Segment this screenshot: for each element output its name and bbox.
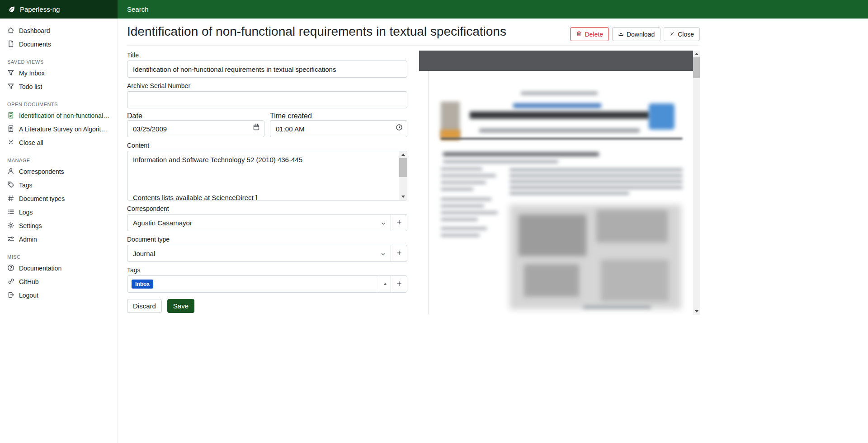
preview-blur (441, 138, 683, 140)
search-nav-link[interactable]: Search (118, 0, 868, 19)
close-button[interactable]: Close (664, 27, 700, 41)
app-title: Paperless-ng (20, 5, 60, 13)
pdf-scrollbar[interactable] (693, 51, 700, 315)
sidebar-section-saved-views: SAVED VIEWS (7, 59, 110, 65)
file-text-icon (7, 125, 14, 134)
scroll-up-arrow[interactable] (399, 151, 407, 158)
preview-blur (509, 168, 683, 171)
trash-icon (576, 31, 582, 38)
document-type-select[interactable]: Journal (127, 245, 391, 262)
file-text-icon (7, 112, 14, 120)
correspondent-select[interactable]: Agustin Casamayor (127, 214, 391, 231)
content-textarea[interactable]: Information and Software Technology 52 (… (127, 151, 407, 201)
add-correspondent-button[interactable] (391, 214, 407, 231)
page-edge-line (428, 71, 429, 315)
question-circle-icon (7, 264, 14, 273)
sidebar-item-my-inbox[interactable]: My Inbox (0, 66, 117, 80)
date-input[interactable] (127, 120, 264, 137)
scroll-down-arrow[interactable] (399, 193, 407, 200)
sidebar-item-settings[interactable]: Settings (0, 219, 117, 233)
preview-blur (443, 160, 558, 163)
funnel-icon (7, 69, 14, 78)
preview-blur (649, 103, 675, 130)
tag-icon (7, 181, 14, 190)
content-scrollbar-thumb[interactable] (399, 158, 407, 177)
list-icon (7, 208, 14, 217)
sidebar-item-document-types[interactable]: Document types (0, 192, 117, 205)
time-field-label: Time created (270, 112, 312, 120)
sidebar-item-dashboard[interactable]: Dashboard (0, 24, 117, 37)
content-scrollbar[interactable] (399, 151, 407, 200)
caret-up-icon (383, 281, 387, 288)
preview-blur (509, 174, 683, 177)
plus-icon (396, 280, 402, 288)
leaf-logo-icon (8, 5, 16, 14)
sidebar-item-tags[interactable]: Tags (0, 178, 117, 192)
preview-blur (524, 264, 579, 297)
sidebar-section-open-documents: OPEN DOCUMENTS (7, 102, 110, 107)
sidebar-item-correspondents[interactable]: Correspondents (0, 165, 117, 178)
preview-blur (509, 180, 683, 183)
archive-serial-number-input[interactable] (127, 91, 407, 108)
time-created-input[interactable] (270, 120, 407, 137)
sliders-icon (7, 235, 14, 244)
correspondent-field-label: Correspondent (127, 204, 407, 214)
sidebar-item-todo-list[interactable]: Todo list (0, 80, 117, 93)
preview-blur (521, 92, 598, 95)
sidebar-item-logs[interactable]: Logs (0, 205, 117, 219)
document-edit-form: Title Archive Serial Number Date Time cr… (127, 51, 407, 313)
title-divider (127, 45, 700, 46)
sidebar-item-documents[interactable]: Documents (0, 37, 117, 51)
link-icon (7, 278, 14, 286)
document-type-field-label: Document type (127, 235, 407, 245)
tag-badge-inbox[interactable]: Inbox (132, 280, 153, 289)
pdf-preview (419, 51, 700, 315)
sidebar-section-manage: MANAGE (7, 158, 110, 163)
sidebar-item-github[interactable]: GitHub (0, 275, 117, 289)
preview-blur (509, 186, 683, 189)
sidebar: Dashboard Documents SAVED VIEWS My Inbox… (0, 19, 118, 443)
sidebar-item-admin[interactable]: Admin (0, 233, 117, 246)
pdf-page (419, 71, 693, 315)
discard-button[interactable]: Discard (127, 299, 162, 313)
add-tag-button[interactable] (391, 275, 407, 293)
preview-blur (601, 260, 669, 301)
funnel-icon (7, 83, 14, 91)
download-icon (618, 31, 624, 38)
date-field-label: Date (127, 112, 142, 120)
sidebar-item-logout[interactable]: Logout (0, 289, 117, 302)
asn-field-label: Archive Serial Number (127, 81, 407, 91)
preview-blur (441, 188, 473, 191)
preview-blur (441, 218, 478, 221)
download-button[interactable]: Download (612, 27, 660, 41)
content-field-label: Content (127, 141, 407, 151)
add-document-type-button[interactable] (391, 245, 407, 262)
delete-button[interactable]: Delete (570, 27, 609, 41)
preview-blur (441, 211, 498, 214)
plus-icon (396, 219, 402, 227)
preview-blur (470, 112, 651, 119)
app-brand[interactable]: Paperless-ng (0, 0, 118, 19)
sidebar-item-documentation[interactable]: Documentation (0, 261, 117, 275)
preview-blur (441, 198, 491, 201)
save-button[interactable]: Save (167, 299, 194, 313)
logout-icon (7, 291, 14, 300)
tags-collapse-button[interactable] (379, 275, 391, 293)
pdf-scrollbar-thumb[interactable] (693, 57, 700, 78)
sidebar-item-close-all[interactable]: Close all (0, 136, 117, 149)
scroll-down-arrow[interactable] (693, 308, 700, 315)
tags-input[interactable]: Inbox (127, 275, 379, 293)
sidebar-item-open-doc-2[interactable]: A Literature Survey on Algorithms for Mu… (0, 122, 117, 136)
preview-blur (441, 234, 480, 237)
preview-blur (441, 174, 496, 177)
sidebar-item-open-doc-1[interactable]: Identification of non-functional require… (0, 109, 117, 122)
gear-icon (7, 222, 14, 230)
pdf-toolbar (419, 51, 693, 71)
top-navbar: Paperless-ng Search (0, 0, 868, 19)
preview-blur (509, 192, 629, 195)
preview-blur (441, 168, 482, 170)
title-input[interactable] (127, 61, 407, 78)
person-icon (7, 168, 14, 176)
preview-blur (441, 205, 484, 207)
scroll-up-arrow[interactable] (693, 51, 700, 57)
